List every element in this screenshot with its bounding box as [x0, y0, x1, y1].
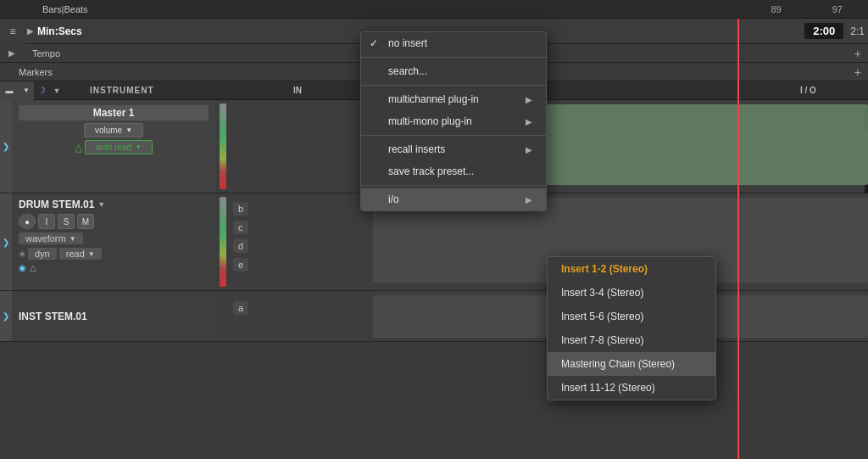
drum-bottom-arrow: △ [30, 263, 36, 272]
header-arrow[interactable]: ▶ [27, 26, 34, 36]
drum-letter-e: e [233, 258, 248, 271]
col-dropdown-arrow[interactable]: ▼ [49, 87, 64, 95]
inst-track-nav[interactable]: ❯ [0, 291, 12, 341]
drum-letter-b: b [233, 202, 248, 216]
drum-bottom-icon: ◉ [19, 263, 26, 272]
timecode2-display: 2:1 [847, 25, 868, 37]
master-auto-row: △ auto read ▼ [19, 140, 209, 154]
recall-arrow-icon: ▶ [526, 145, 532, 154]
drum-track-letters: b c d e [233, 202, 248, 271]
drum-track-nav[interactable]: ❯ [0, 193, 12, 290]
header-title: Min:Secs [34, 25, 82, 37]
menu-sep-2 [361, 85, 546, 86]
drum-dyn-btn[interactable]: dyn [28, 248, 57, 260]
markers-label: Markers [19, 67, 53, 77]
col-instrument-label: INSTRUMENT [64, 86, 293, 95]
inst-track-name: INST STEM.01 [19, 311, 87, 322]
markers-plus[interactable]: + [854, 65, 861, 79]
submenu-item-insert-5-6[interactable]: Insert 5-6 (Stereo) [548, 305, 715, 328]
menu-item-search[interactable]: search... [361, 60, 546, 82]
menu-item-multi-mono[interactable]: multi-mono plug-in ▶ [361, 110, 546, 132]
track-header-icon[interactable]: ▬ [0, 81, 19, 100]
drum-track-name: DRUM STEM.01 ▼ [19, 199, 209, 210]
menu-item-no-insert[interactable]: no insert [361, 32, 546, 54]
submenu-item-mastering-chain[interactable]: Mastering Chain (Stereo) [548, 352, 715, 376]
menu-item-multichannel[interactable]: multichannel plug-in ▶ [361, 88, 546, 110]
inst-letter-a: a [233, 299, 248, 315]
auto-triangle-icon: △ [75, 142, 82, 154]
drum-waveform-btn[interactable]: waveform ▼ [19, 232, 83, 244]
drum-letter-d: d [233, 239, 248, 253]
drum-track-left: DRUM STEM.01 ▼ ● I S M waveform ▼ ✳ dyn … [12, 193, 215, 290]
ruler-bar: Bars|Beats 89 97 [0, 0, 868, 19]
main-dropdown-menu: no insert search... multichannel plug-in… [360, 31, 547, 211]
menu-item-io[interactable]: i/o ▶ [361, 188, 546, 210]
track-col-arrow[interactable]: ▼ [19, 81, 34, 100]
inst-track-left: INST STEM.01 [12, 291, 215, 341]
drum-i-btn[interactable]: I [38, 214, 55, 229]
drum-read-btn[interactable]: read ▼ [59, 248, 102, 260]
menu-item-recall[interactable]: recall inserts ▶ [361, 138, 546, 160]
drum-waveform-row: waveform ▼ [19, 232, 209, 244]
menu-sep-4 [361, 185, 546, 186]
ruler-numbers: 89 97 [746, 0, 869, 18]
drum-dyn-row: ✳ dyn read ▼ [19, 248, 209, 260]
master-fader[interactable] [215, 100, 231, 193]
moon-icon: ☽ [34, 85, 49, 96]
io-arrow-icon: ▶ [526, 195, 532, 204]
drum-bottom-row: ◉ △ [19, 263, 209, 272]
ruler-num-1: 89 [746, 4, 807, 14]
master-auto-btn[interactable]: auto read ▼ [85, 140, 153, 154]
col-io-label: I / O [800, 86, 868, 95]
drum-s-btn[interactable]: S [58, 214, 75, 229]
master-track-nav[interactable]: ❯ [0, 100, 12, 193]
drum-rec-btn[interactable]: ● [19, 214, 36, 229]
drum-controls: ● I S M [19, 214, 209, 229]
menu-sep-1 [361, 57, 546, 58]
master-volume-btn[interactable]: volume ▼ [84, 123, 143, 137]
drum-fader[interactable] [215, 193, 231, 290]
submenu-item-insert-7-8[interactable]: Insert 7-8 (Stereo) [548, 328, 715, 352]
playhead [737, 19, 739, 459]
tempo-label: Tempo [32, 48, 60, 59]
master-track-left: Master 1 volume ▼ △ auto read ▼ [12, 100, 215, 193]
ruler-num-2: 97 [807, 4, 868, 14]
master-track-name: Master 1 [19, 105, 209, 120]
timecode-display: 2:00 [804, 23, 843, 39]
submenu-item-insert-3-4[interactable]: Insert 3-4 (Stereo) [548, 281, 715, 305]
header-right: 2:00 2:1 [804, 19, 868, 43]
master-track-volume: volume ▼ [19, 123, 209, 137]
dyn-snowflake-icon: ✳ [19, 249, 25, 259]
ruler-label: Bars|Beats [42, 4, 88, 14]
menu-item-save-preset[interactable]: save track preset... [361, 160, 546, 182]
submenu-item-insert-1-2[interactable]: Insert 1-2 (Stereo) [548, 257, 715, 281]
submenu-item-insert-11-12[interactable]: Insert 11-12 (Stereo) [548, 376, 715, 400]
multi-mono-arrow-icon: ▶ [526, 117, 532, 126]
multichannel-arrow-icon: ▶ [526, 95, 532, 104]
drum-letter-c: c [233, 221, 248, 234]
col-in-label: IN [293, 86, 336, 95]
io-submenu: Insert 1-2 (Stereo) Insert 3-4 (Stereo) … [547, 256, 716, 400]
drum-m-btn[interactable]: M [77, 214, 94, 229]
menu-icon[interactable]: ≡ [0, 19, 25, 44]
tempo-arrow[interactable]: ▶ [8, 48, 15, 58]
menu-sep-3 [361, 135, 546, 136]
tempo-plus[interactable]: + [854, 47, 861, 60]
